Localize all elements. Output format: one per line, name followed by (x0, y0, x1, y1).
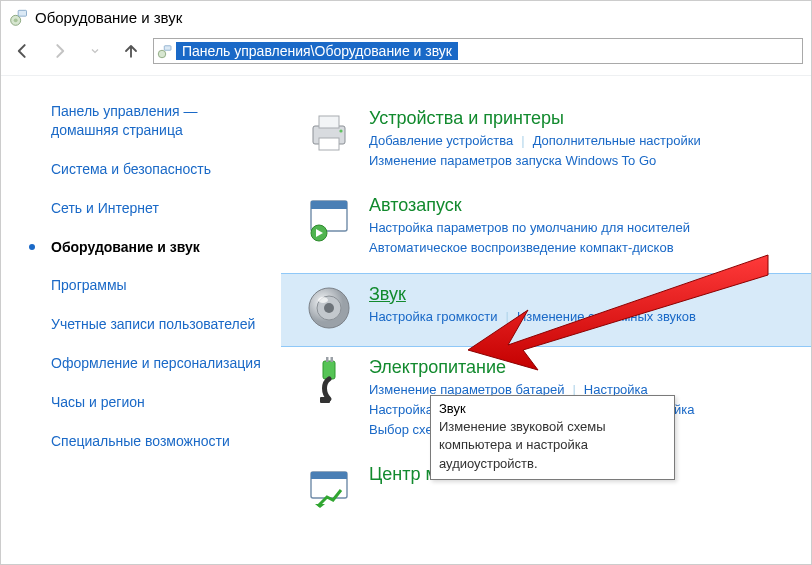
link-auto-cd[interactable]: Автоматическое воспроизведение компакт-д… (369, 240, 674, 255)
sidebar-item-clock-region[interactable]: Часы и регион (51, 393, 261, 412)
link-system-sounds[interactable]: Изменение системных звуков (517, 309, 696, 324)
tooltip-title: Звук (439, 400, 666, 418)
svg-rect-21 (311, 472, 347, 479)
link-volume[interactable]: Настройка громкости (369, 309, 498, 324)
svg-point-8 (339, 129, 342, 132)
svg-rect-17 (326, 357, 329, 362)
svg-point-3 (158, 50, 166, 58)
svg-point-14 (324, 303, 334, 313)
autoplay-icon (305, 195, 353, 243)
link-advanced-settings[interactable]: Дополнительные настройки (533, 133, 701, 148)
sidebar-item-user-accounts[interactable]: Учетные записи пользователей (51, 315, 261, 334)
svg-rect-19 (320, 397, 330, 403)
sidebar-item-network[interactable]: Сеть и Интернет (51, 199, 261, 218)
sidebar-item-appearance[interactable]: Оформление и персонализация (51, 354, 261, 373)
sidebar-item-ease-of-access[interactable]: Специальные возможности (51, 432, 261, 451)
svg-rect-7 (319, 138, 339, 150)
svg-point-2 (14, 18, 18, 22)
svg-rect-6 (319, 116, 339, 128)
power-icon (305, 357, 353, 405)
sidebar-item-hardware-sound[interactable]: Оборудование и звук (51, 238, 261, 257)
window-title: Оборудование и звук (35, 9, 182, 26)
category-autoplay[interactable]: Автозапуск (369, 195, 803, 216)
sidebar-item-home[interactable]: Панель управления — домашняя страница (51, 102, 261, 140)
tooltip: Звук Изменение звуковой схемы компьютера… (430, 395, 675, 480)
back-button[interactable] (9, 37, 37, 65)
svg-rect-4 (164, 46, 171, 51)
sidebar: Панель управления — домашняя страница Си… (1, 84, 281, 526)
address-bar[interactable]: Панель управления\Оборудование и звук (153, 38, 803, 64)
up-button[interactable] (117, 37, 145, 65)
address-path[interactable]: Панель управления\Оборудование и звук (176, 42, 458, 60)
sidebar-item-programs[interactable]: Программы (51, 276, 261, 295)
control-panel-icon (156, 42, 174, 60)
category-devices-printers[interactable]: Устройства и принтеры (369, 108, 803, 129)
forward-button[interactable] (45, 37, 73, 65)
svg-rect-1 (18, 10, 26, 16)
speaker-icon (305, 284, 353, 332)
link-add-device[interactable]: Добавление устройства (369, 133, 513, 148)
svg-point-15 (318, 297, 328, 303)
link-windows-togo[interactable]: Изменение параметров запуска Windows To … (369, 153, 656, 168)
hardware-sound-icon (9, 7, 29, 27)
link-default-media[interactable]: Настройка параметров по умолчанию для но… (369, 220, 690, 235)
svg-rect-18 (331, 357, 334, 362)
mobility-icon (305, 464, 353, 512)
category-sound[interactable]: Звук (369, 284, 803, 305)
svg-rect-10 (311, 201, 347, 209)
category-power[interactable]: Электропитание (369, 357, 803, 378)
recent-dropdown[interactable] (81, 37, 109, 65)
printer-icon (305, 108, 353, 156)
sidebar-item-system-security[interactable]: Система и безопасность (51, 160, 261, 179)
svg-rect-16 (323, 361, 335, 379)
tooltip-body: Изменение звуковой схемы компьютера и на… (439, 418, 666, 473)
